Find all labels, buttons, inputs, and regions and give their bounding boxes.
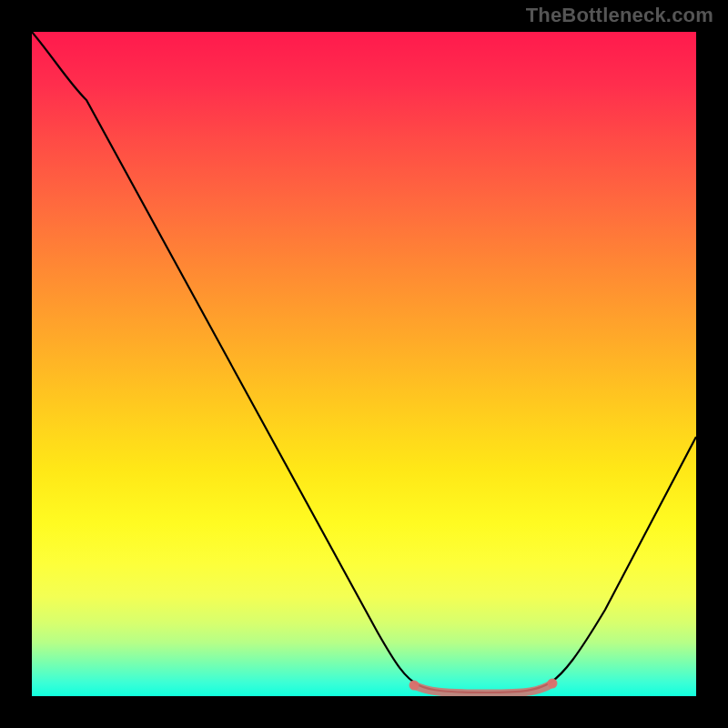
highlight-dot-right xyxy=(548,679,558,689)
flat-bottom-highlight-path xyxy=(414,683,552,693)
plot-area xyxy=(32,32,696,696)
curve-svg xyxy=(32,32,696,696)
watermark-text: TheBottleneck.com xyxy=(526,4,713,27)
chart-container: TheBottleneck.com xyxy=(0,0,728,728)
highlight-dot-left xyxy=(410,681,420,691)
bottleneck-curve-path xyxy=(32,32,696,693)
